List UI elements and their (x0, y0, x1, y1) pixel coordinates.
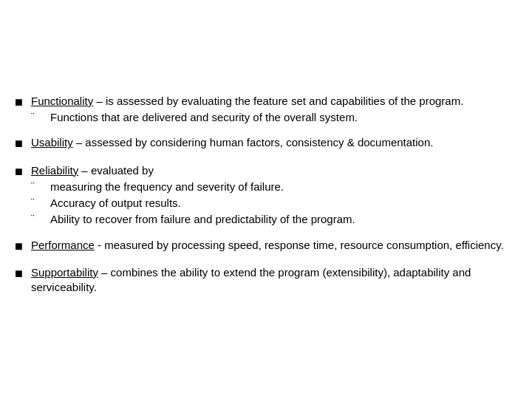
bullet-content: Performance - measured by processing spe… (31, 238, 510, 253)
sub-bullet: ¨ (31, 180, 47, 194)
list-item: ■ Reliability – evaluated by ¨ measuring… (15, 163, 510, 228)
sub-content: Accuracy of output results. (50, 196, 510, 211)
item-title: Reliability (31, 164, 78, 177)
sub-item: ¨ Functions that are delivered and secur… (31, 110, 510, 125)
item-text: – evaluated by (78, 164, 154, 177)
sub-item: ¨ Ability to recover from failure and pr… (31, 212, 510, 227)
item-title: Usability (31, 136, 73, 149)
sub-bullet: ¨ (31, 196, 47, 210)
item-text: – is assessed by evaluating the feature … (93, 95, 463, 107)
sub-list: ¨ measuring the frequency and severity o… (31, 180, 510, 228)
main-list: ■ Functionality – is assessed by evaluat… (15, 94, 510, 306)
item-title: Supportability (31, 266, 98, 279)
item-title: Functionality (31, 95, 93, 107)
sub-list: ¨ Functions that are delivered and secur… (31, 110, 510, 125)
bullet-dot: ■ (15, 238, 28, 255)
list-item: ■ Supportability – combines the ability … (15, 265, 510, 296)
item-title: Performance (31, 239, 95, 251)
list-item: ■ Functionality – is assessed by evaluat… (15, 94, 510, 126)
item-text: - measured by processing speed, response… (95, 239, 504, 251)
sub-content: Ability to recover from failure and pred… (50, 212, 510, 227)
slide-container: ■ Functionality – is assessed by evaluat… (0, 0, 532, 399)
sub-content: Functions that are delivered and securit… (50, 110, 510, 125)
sub-content: measuring the frequency and severity of … (50, 180, 510, 194)
bullet-content: Usability – assessed by considering huma… (31, 135, 510, 150)
sub-item: ¨ Accuracy of output results. (31, 196, 510, 211)
list-item: ■ Performance - measured by processing s… (15, 238, 510, 255)
bullet-content: Reliability – evaluated by ¨ measuring t… (31, 163, 510, 228)
bullet-content: Supportability – combines the ability to… (31, 265, 510, 296)
list-item: ■ Usability – assessed by considering hu… (15, 135, 510, 152)
bullet-dot: ■ (15, 265, 28, 282)
sub-bullet: ¨ (31, 212, 47, 226)
sub-item: ¨ measuring the frequency and severity o… (31, 180, 510, 194)
bullet-dot: ■ (15, 163, 28, 180)
sub-bullet: ¨ (31, 110, 47, 124)
bullet-dot: ■ (15, 94, 28, 111)
bullet-content: Functionality – is assessed by evaluatin… (31, 94, 510, 126)
item-text: – assessed by considering human factors,… (73, 136, 434, 149)
bullet-dot: ■ (15, 135, 28, 152)
